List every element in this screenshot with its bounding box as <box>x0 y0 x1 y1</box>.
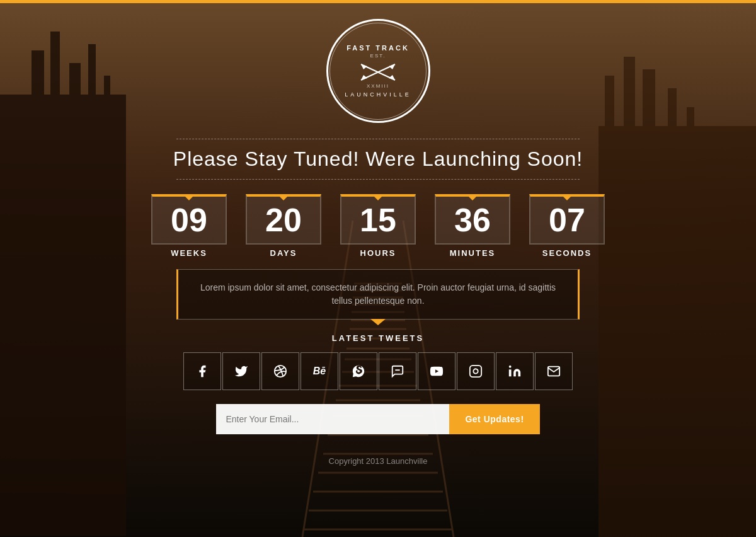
countdown-minutes: 36 MINUTES <box>435 194 510 258</box>
svg-marker-39 <box>361 75 367 80</box>
logo-arrows-icon <box>356 61 400 83</box>
tweet-text: Lorem ipsum dolor sit amet, consectetur … <box>200 282 556 306</box>
svg-rect-44 <box>470 366 481 377</box>
countdown-weeks: 09 WEEKS <box>151 194 227 258</box>
countdown-days-value: 20 <box>265 204 302 236</box>
countdown-days-label: DAYS <box>270 248 297 258</box>
email-input[interactable] <box>216 404 449 434</box>
countdown-hours-box: 15 <box>340 194 416 245</box>
countdown-hours: 15 HOURS <box>340 194 416 258</box>
social-email[interactable] <box>535 352 573 390</box>
countdown-minutes-value: 36 <box>454 204 491 236</box>
countdown-minutes-box: 36 <box>435 194 510 245</box>
svg-point-47 <box>509 366 512 368</box>
svg-line-38 <box>361 64 395 80</box>
latest-tweets-label: LATEST TWEETS <box>332 333 424 343</box>
countdown-hours-value: 15 <box>360 204 396 236</box>
logo-badge: FAST TRACK EST. XXMIII LAUNCHVILLE <box>326 19 430 123</box>
countdown-weeks-box: 09 <box>151 194 227 245</box>
email-form: Get Updates! <box>216 404 539 434</box>
logo-xxmiii: XXMIII <box>367 83 389 89</box>
sep1 <box>227 194 246 245</box>
countdown-hours-label: HOURS <box>360 248 396 258</box>
sep3 <box>416 194 435 245</box>
social-youtube[interactable] <box>418 352 455 390</box>
countdown-weeks-value: 09 <box>171 204 207 236</box>
logo-est: EST. <box>370 53 386 59</box>
countdown-timer: 09 WEEKS 20 DAYS 15 HOURS 36 MINUTES <box>151 194 605 258</box>
sep2 <box>321 194 340 245</box>
get-updates-button[interactable]: Get Updates! <box>449 404 539 434</box>
countdown-seconds-value: 07 <box>549 204 585 236</box>
svg-marker-36 <box>389 75 395 80</box>
main-content: FAST TRACK EST. XXMIII LAUNCHVILLE Pleas… <box>0 0 756 466</box>
social-delicious[interactable] <box>379 352 416 390</box>
countdown-days: 20 DAYS <box>246 194 321 258</box>
countdown-days-box: 20 <box>246 194 321 245</box>
countdown-weeks-label: WEEKS <box>171 248 207 258</box>
bottom-divider <box>176 179 580 180</box>
logo-text-top: FAST TRACK <box>346 44 410 52</box>
countdown-seconds-label: SECONDS <box>542 248 592 258</box>
social-behance[interactable]: Bē <box>301 352 338 390</box>
social-instagram[interactable] <box>457 352 495 390</box>
social-facebook[interactable] <box>183 352 221 390</box>
sep4 <box>510 194 529 245</box>
social-dribbble[interactable] <box>261 352 299 390</box>
headline: Please Stay Tuned! Were Launching Soon! <box>173 147 583 171</box>
top-divider <box>176 139 580 139</box>
svg-marker-37 <box>361 64 367 69</box>
tweet-box: Lorem ipsum dolor sit amet, consectetur … <box>176 269 580 320</box>
countdown-seconds-box: 07 <box>529 194 605 245</box>
countdown-seconds: 07 SECONDS <box>529 194 605 258</box>
top-bar <box>0 0 756 3</box>
social-linkedin[interactable] <box>496 352 534 390</box>
copyright: Copyright 2013 Launchville <box>329 456 428 466</box>
svg-line-35 <box>361 64 395 80</box>
social-skype[interactable] <box>340 352 377 390</box>
social-icons-row: Bē <box>183 352 573 390</box>
countdown-minutes-label: MINUTES <box>450 248 496 258</box>
logo-text-bottom: LAUNCHVILLE <box>345 91 411 98</box>
svg-rect-46 <box>509 369 512 376</box>
social-twitter[interactable] <box>222 352 260 390</box>
svg-marker-40 <box>389 64 395 69</box>
